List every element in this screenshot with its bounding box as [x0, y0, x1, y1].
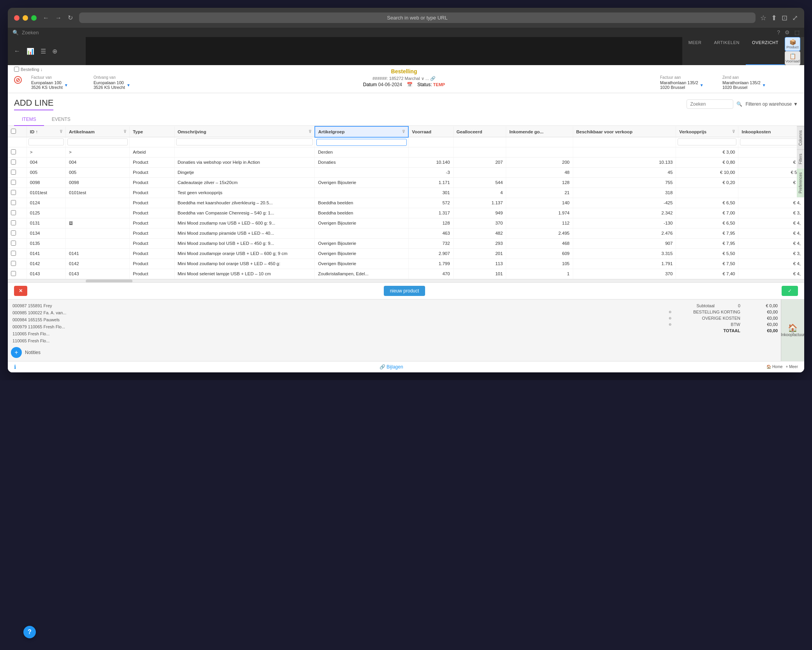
confirm-button[interactable]: ✓ — [782, 286, 798, 296]
columns-label[interactable]: Columns — [797, 126, 804, 149]
preferences-label[interactable]: Preferences — [797, 168, 804, 197]
row-select[interactable] — [11, 210, 16, 215]
row-select[interactable] — [11, 200, 16, 205]
recent-item-3[interactable]: 000979 110065 Fresh Flo... — [11, 324, 391, 330]
share-icon[interactable]: ⬆ — [771, 14, 777, 22]
home-label[interactable]: 🏠 Home — [766, 365, 782, 369]
th-voorraad[interactable]: Voorraad — [408, 126, 453, 137]
table-row[interactable]: 0101test 0101test Product Test geen verk… — [8, 188, 804, 198]
recent-item-5[interactable]: 110065 Fresh Flo... — [11, 338, 391, 344]
filter-warehouse[interactable]: Filteren op warehouse ▼ — [745, 101, 798, 107]
inkoopfactuur-icon[interactable]: 🏠 — [788, 323, 798, 333]
row-select[interactable] — [11, 271, 16, 276]
recent-item-1[interactable]: 000985 100022 Fa. A. van... — [11, 310, 391, 316]
artikelgroep-filter-icon[interactable]: ⊽ — [402, 129, 405, 134]
tab-artikelen[interactable]: ARTIKELEN — [708, 37, 746, 65]
table-row[interactable]: 005 005 Product Dingetje -3 48 45 € 10,0… — [8, 167, 804, 177]
back-button[interactable]: ← — [41, 13, 51, 23]
row-select[interactable] — [11, 230, 16, 236]
bijlagen-link[interactable]: 🔗 Bijlagen — [380, 364, 403, 370]
search-icon[interactable]: 🔍 — [736, 101, 742, 107]
chart-icon[interactable]: 📊 — [25, 46, 36, 57]
bestelling-checkbox[interactable] — [14, 67, 19, 72]
row-select[interactable] — [11, 149, 16, 154]
fullscreen-icon[interactable]: ⤢ — [792, 14, 798, 22]
th-artikelgroep[interactable]: Artikelgroep ⊽ — [315, 126, 409, 137]
new-product-button[interactable]: nieuw product — [384, 286, 425, 296]
list-icon[interactable]: ☰ — [39, 46, 48, 57]
row-select[interactable] — [11, 180, 16, 185]
row-select[interactable] — [11, 261, 16, 266]
filter-artikel-input[interactable] — [67, 138, 128, 145]
tab-items[interactable]: ITEMS — [14, 113, 44, 126]
horizontal-scrollbar[interactable] — [8, 279, 804, 282]
product-sidebar-btn[interactable]: 📦 Product — [785, 37, 800, 51]
row-select[interactable] — [11, 190, 16, 195]
th-omschrijving[interactable]: Omschrijving ⊽ — [174, 126, 315, 137]
th-inkomend[interactable]: Inkomende go... — [506, 126, 573, 137]
th-beschikbaar[interactable]: Beschikbaar voor verkoop — [573, 126, 676, 137]
voorraad-sidebar-btn[interactable]: 📋 Voorraad — [785, 51, 800, 65]
tabs-icon[interactable]: ⊡ — [782, 14, 787, 22]
filters-label[interactable]: Filters — [797, 149, 804, 168]
info-icon[interactable]: ℹ — [14, 364, 16, 370]
tab-overzicht[interactable]: OVERZICHT — [746, 37, 785, 65]
forward-button[interactable]: → — [54, 13, 63, 23]
artikel-filter-icon[interactable]: ⊽ — [124, 129, 126, 134]
recent-item-0[interactable]: 000987 155891 Frey — [11, 303, 391, 309]
th-type[interactable]: Type — [129, 126, 174, 137]
filter-artikelgroep-input[interactable] — [316, 139, 407, 146]
filter-verkoopprijs-input[interactable] — [678, 138, 736, 145]
row-select[interactable] — [11, 220, 16, 225]
reload-button[interactable]: ↻ — [66, 12, 74, 23]
row-select[interactable] — [11, 159, 16, 165]
zend-aan-dropdown[interactable]: Marathonlaan 135/21020 Brussel ▼ — [722, 80, 777, 90]
minimize-window-button[interactable] — [23, 15, 28, 21]
filter-omschrijving-input[interactable] — [176, 138, 313, 145]
th-gealloceerd[interactable]: Gealloceerd — [453, 126, 506, 137]
maximize-window-button[interactable] — [31, 15, 37, 21]
delete-button[interactable]: ✕ — [14, 286, 27, 296]
th-artikelnaam[interactable]: Artikelnaam ⊽ — [66, 126, 130, 137]
row-select[interactable] — [11, 241, 16, 246]
omschrijving-filter-icon[interactable]: ⊽ — [309, 129, 311, 134]
verkoopprijs-filter-icon[interactable]: ⊽ — [732, 129, 735, 134]
id-filter-icon[interactable]: ⊽ — [60, 129, 62, 134]
search-nav-input[interactable]: Zoeken — [22, 30, 774, 35]
row-select[interactable] — [11, 251, 16, 256]
tab-meer[interactable]: MEER — [682, 37, 708, 65]
table-row[interactable]: 0125 Product Boeddha van Compassie Chenr… — [8, 208, 804, 218]
recent-item-2[interactable]: 000984 165155 Pauwels — [11, 317, 391, 323]
recent-item-4[interactable]: 110065 Fresh Flo... — [11, 331, 391, 337]
table-row[interactable]: 0134 Product Mini Mood zoutlamp piramide… — [8, 228, 804, 238]
table-row[interactable]: > > Arbeid Derden € 3,00 — [8, 147, 804, 157]
row-select[interactable] — [11, 170, 16, 175]
select-all-checkbox[interactable] — [11, 129, 16, 134]
help-icon[interactable]: ? — [777, 29, 780, 35]
table-row[interactable]: 0131 🖼 Product Mini Mood zoutlamp ruw US… — [8, 218, 804, 228]
table-row[interactable]: 0124 Product Boeddha met kaarshouder zil… — [8, 198, 804, 208]
ontvang-van-dropdown[interactable]: Europalaan 1003526 KS Utrecht ▼ — [94, 80, 148, 90]
table-row[interactable]: 004 004 Product Donaties via webshop voo… — [8, 157, 804, 167]
table-row[interactable]: 0141 0141 Product Mini Mood zoutlampje o… — [8, 248, 804, 259]
filter-inkoopkosten-input[interactable] — [740, 138, 802, 145]
th-id[interactable]: ID ↑ ⊽ — [26, 126, 65, 137]
table-row[interactable]: 0143 0143 Product Mini Mood seleniet lam… — [8, 269, 804, 279]
factuur-aan-dropdown[interactable]: Marathonlaan 135/21020 Brussel ▼ — [660, 80, 715, 90]
table-row[interactable]: 0098 0098 Product Cadeautasje zilver – 1… — [8, 177, 804, 188]
filter-id-input[interactable] — [28, 138, 64, 145]
close-window-button[interactable] — [14, 15, 19, 21]
meer-label[interactable]: + Meer — [786, 365, 798, 369]
search-input[interactable] — [687, 99, 733, 109]
table-row[interactable]: 0142 0142 Product Mini Mood zoutlamp bol… — [8, 259, 804, 269]
th-inkoopkosten[interactable]: Inkoopkosten ⊽ — [738, 126, 804, 137]
logout-icon[interactable]: ⬚ — [794, 29, 800, 35]
address-bar[interactable]: Search in web or type URL — [79, 12, 756, 23]
bookmark-icon[interactable]: ☆ — [760, 14, 766, 22]
factuur-van-dropdown[interactable]: Europalaan 1003526 KS Utrecht ▼ — [31, 80, 86, 90]
table-row[interactable]: 0135 Product Mini Mood zoutlamp bol USB … — [8, 238, 804, 248]
calendar-icon[interactable]: 📅 — [407, 82, 413, 87]
tab-events[interactable]: EVENTS — [44, 113, 78, 126]
add-icon[interactable]: ⊕ — [51, 46, 59, 57]
settings-icon[interactable]: ⚙ — [785, 29, 790, 35]
